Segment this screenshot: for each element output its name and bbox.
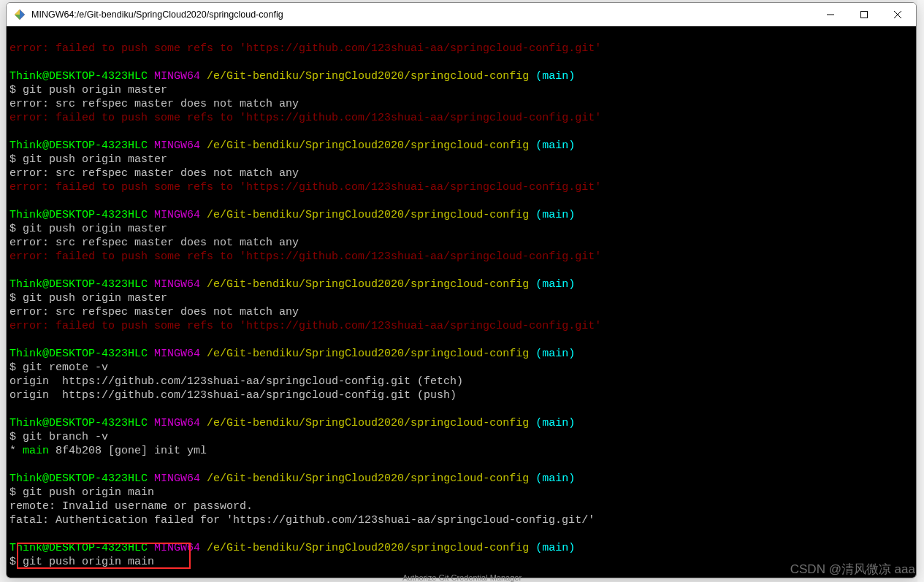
command-line: $ git push origin main bbox=[9, 486, 154, 499]
app-icon bbox=[14, 9, 26, 20]
output-line: * main 8f4b208 [gone] init yml bbox=[9, 445, 207, 457]
svg-rect-1 bbox=[861, 12, 868, 18]
command-line: $ git push origin main bbox=[9, 556, 154, 568]
error-line: error: failed to push some refs to 'http… bbox=[9, 320, 601, 332]
error-line: error: failed to push some refs to 'http… bbox=[9, 112, 601, 124]
command-line: $ git remote -v bbox=[9, 361, 108, 374]
prompt-line: Think@DESKTOP-4323HLC MINGW64 /e/Git-ben… bbox=[9, 209, 575, 221]
error-line: error: src refspec master does not match… bbox=[9, 306, 299, 318]
bottom-hint-text: Authorize Git Credential Manager bbox=[402, 573, 522, 582]
close-button[interactable] bbox=[881, 3, 915, 26]
output-line: origin https://github.com/123shuai-aa/sp… bbox=[9, 375, 463, 388]
titlebar[interactable]: MINGW64:/e/Git-bendiku/SpringCloud2020/s… bbox=[7, 3, 916, 26]
maximize-button[interactable] bbox=[847, 3, 881, 26]
prompt-line: Think@DESKTOP-4323HLC MINGW64 /e/Git-ben… bbox=[9, 472, 575, 485]
command-line: $ git push origin master bbox=[9, 153, 167, 166]
output-line: origin https://github.com/123shuai-aa/sp… bbox=[9, 389, 457, 402]
prompt-line: Think@DESKTOP-4323HLC MINGW64 /e/Git-ben… bbox=[9, 70, 575, 83]
command-line: $ git push origin master bbox=[9, 84, 167, 96]
error-line: error: failed to push some refs to 'http… bbox=[9, 250, 601, 263]
window-controls bbox=[814, 3, 915, 26]
prompt-line: Think@DESKTOP-4323HLC MINGW64 /e/Git-ben… bbox=[9, 542, 575, 554]
error-line: error: failed to push some refs to 'http… bbox=[9, 181, 601, 194]
window-title: MINGW64:/e/Git-bendiku/SpringCloud2020/s… bbox=[31, 9, 814, 20]
command-line: $ git push origin master bbox=[9, 292, 167, 305]
prompt-line: Think@DESKTOP-4323HLC MINGW64 /e/Git-ben… bbox=[9, 139, 575, 152]
prompt-line: Think@DESKTOP-4323HLC MINGW64 /e/Git-ben… bbox=[9, 348, 575, 360]
prompt-line: Think@DESKTOP-4323HLC MINGW64 /e/Git-ben… bbox=[9, 278, 575, 291]
prompt-line: Think@DESKTOP-4323HLC MINGW64 /e/Git-ben… bbox=[9, 417, 575, 429]
minimize-button[interactable] bbox=[814, 3, 847, 26]
terminal-area[interactable]: error: failed to push some refs to 'http… bbox=[7, 26, 916, 578]
terminal-window: MINGW64:/e/Git-bendiku/SpringCloud2020/s… bbox=[6, 2, 917, 578]
background-edge bbox=[917, 0, 924, 582]
output-line: fatal: Authentication failed for 'https:… bbox=[9, 514, 595, 527]
error-line: error: src refspec master does not match… bbox=[9, 98, 299, 110]
output-line: remote: Invalid username or password. bbox=[9, 500, 253, 513]
command-line: $ git branch -v bbox=[9, 431, 108, 443]
error-line: error: src refspec master does not match… bbox=[9, 237, 299, 249]
error-line: error: failed to push some refs to 'http… bbox=[9, 42, 601, 55]
error-line: error: src refspec master does not match… bbox=[9, 167, 299, 180]
command-line: $ git push origin master bbox=[9, 223, 167, 235]
